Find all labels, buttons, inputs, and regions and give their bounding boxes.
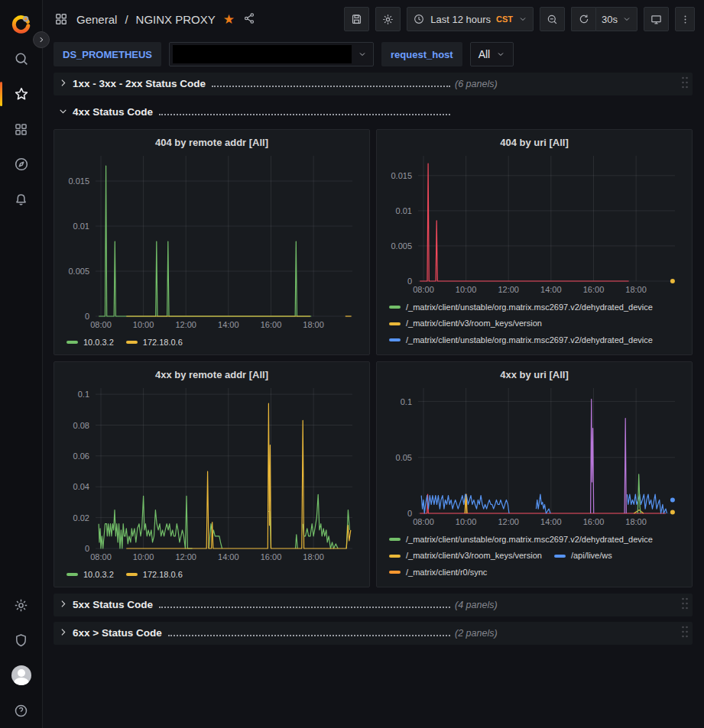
legend-item[interactable]: /_matrix/client/unstable/org.matrix.msc2… <box>389 302 653 313</box>
time-range-picker[interactable]: Last 12 hours CST <box>407 7 534 31</box>
svg-text:16:00: 16:00 <box>583 285 605 294</box>
panel-legend: /_matrix/client/unstable/org.matrix.msc2… <box>383 529 686 584</box>
dashboard-settings-button[interactable] <box>375 7 401 31</box>
svg-text:12:00: 12:00 <box>175 552 196 561</box>
sidebar-item-configuration[interactable] <box>0 587 43 623</box>
chevron-down-icon <box>358 50 367 59</box>
dashboard-title[interactable]: NGINX PROXY <box>136 13 216 26</box>
chart-svg: 00.0050.010.01508:0010:0012:0014:0016:00… <box>383 150 686 296</box>
panel-4xx-by-uri: 4xx by uri [All] 00.050.108:0010:0012:00… <box>376 361 693 587</box>
svg-text:18:00: 18:00 <box>303 552 324 561</box>
legend-label: /_matrix/client/unstable/org.matrix.msc2… <box>406 302 653 313</box>
tv-mode-button[interactable] <box>644 7 669 31</box>
svg-text:12:00: 12:00 <box>175 320 196 329</box>
timezone-label: CST <box>496 15 513 24</box>
legend-item[interactable]: 172.18.0.6 <box>126 569 183 581</box>
zoom-out-button[interactable] <box>540 7 565 31</box>
svg-text:08:00: 08:00 <box>413 285 434 294</box>
sidebar-expand-button[interactable] <box>33 31 50 48</box>
sidebar-item-explore[interactable] <box>0 147 43 182</box>
svg-text:0.1: 0.1 <box>401 397 412 406</box>
legend-label: /_matrix/client/unstable/org.matrix.msc2… <box>406 335 653 346</box>
timeseries-chart[interactable]: 00.0050.010.01508:0010:0012:0014:0016:00… <box>60 150 363 332</box>
legend-item[interactable]: /_matrix/client/unstable/org.matrix.msc2… <box>389 335 653 346</box>
breadcrumb: General / NGINX PROXY ★ <box>54 11 256 28</box>
legend-label: /_matrix/client/v3/room_keys/version <box>406 318 542 329</box>
row-4xx[interactable]: 4xx Status Code <box>54 101 693 124</box>
svg-text:16:00: 16:00 <box>583 517 605 526</box>
legend-label: 172.18.0.6 <box>143 337 183 348</box>
refresh-button[interactable] <box>571 7 595 31</box>
legend-item[interactable]: /_matrix/client/unstable/org.matrix.msc2… <box>389 534 653 545</box>
sidebar-item-help[interactable] <box>0 693 43 728</box>
timeseries-chart[interactable]: 00.0050.010.01508:0010:0012:0014:0016:00… <box>383 150 686 296</box>
legend-item[interactable]: 172.18.0.6 <box>126 337 183 348</box>
legend-item[interactable]: /_matrix/client/unstable/org.matrix.msc2… <box>389 583 653 584</box>
share-icon[interactable] <box>242 11 256 28</box>
dotted-leader <box>159 114 450 115</box>
sidebar-item-starred[interactable] <box>0 76 43 112</box>
sidebar-item-dashboards[interactable] <box>0 112 43 147</box>
legend-item[interactable]: /_matrix/client/v3/room_keys/version <box>389 550 542 561</box>
variable-request-host-dropdown[interactable]: All <box>470 42 514 66</box>
timeseries-chart[interactable]: 00.020.040.060.080.108:0010:0012:0014:00… <box>60 382 363 564</box>
dashboard-body: 1xx - 3xx - 2xx Status Code (6 panels) 4… <box>43 70 704 728</box>
panel-title[interactable]: 404 by uri [All] <box>383 133 686 150</box>
panel-count: (4 panels) <box>455 600 498 610</box>
panel-count: (2 panels) <box>455 628 498 639</box>
chevron-down-icon <box>518 15 527 24</box>
svg-text:0.04: 0.04 <box>73 482 89 491</box>
legend-swatch <box>554 555 566 558</box>
panel-menu-button[interactable] <box>675 7 695 31</box>
panel-title[interactable]: 4xx by uri [All] <box>383 365 686 382</box>
legend-item[interactable]: /api/live/ws <box>554 550 612 561</box>
row-5xx[interactable]: 5xx Status Code (4 panels) <box>54 594 693 616</box>
legend-label: 172.18.0.6 <box>143 569 183 581</box>
panel-title[interactable]: 404 by remote addr [All] <box>60 133 363 150</box>
svg-text:0.08: 0.08 <box>73 421 89 430</box>
sidebar-item-server-admin[interactable] <box>0 623 43 658</box>
legend-swatch <box>389 338 401 341</box>
legend-item[interactable]: /_matrix/client/v3/room_keys/version <box>389 351 542 351</box>
variable-datasource-dropdown[interactable] <box>169 42 374 66</box>
legend-swatch <box>389 571 401 574</box>
svg-text:08:00: 08:00 <box>413 517 434 526</box>
timeseries-chart[interactable]: 00.050.108:0010:0012:0014:0016:0018:00 <box>383 382 686 529</box>
save-button[interactable] <box>344 7 369 31</box>
legend-swatch <box>67 341 78 344</box>
svg-text:0: 0 <box>407 277 412 286</box>
legend-item[interactable]: /sw.js <box>554 351 592 351</box>
row-title: 5xx Status Code <box>73 599 153 610</box>
chevron-right-icon <box>54 77 73 91</box>
panel-404-by-remote-addr: 404 by remote addr [All] 00.0050.010.015… <box>54 129 370 355</box>
svg-text:14:00: 14:00 <box>218 552 239 561</box>
sidebar-item-profile[interactable] <box>0 658 43 693</box>
dashboard-header: General / NGINX PROXY ★ <box>43 0 704 38</box>
row-6xx[interactable]: 6xx > Status Code (2 panels) <box>54 622 693 645</box>
favorite-star-icon[interactable]: ★ <box>223 13 235 26</box>
breadcrumb-section[interactable]: General <box>76 13 117 26</box>
drag-handle-icon[interactable] <box>680 625 689 642</box>
drag-handle-icon[interactable] <box>680 597 689 613</box>
svg-text:08:00: 08:00 <box>90 320 112 329</box>
legend-label: /_matrix/client/r0/sync <box>406 567 487 578</box>
svg-text:0.05: 0.05 <box>396 453 412 462</box>
toolbar: Last 12 hours CST 30s <box>344 7 695 31</box>
svg-text:14:00: 14:00 <box>540 517 562 526</box>
legend-item[interactable]: 10.0.3.2 <box>67 569 114 581</box>
refresh-interval-label: 30s <box>602 14 618 25</box>
panel-title[interactable]: 4xx by remote addr [All] <box>60 365 363 382</box>
legend-swatch <box>389 322 401 325</box>
sidebar-item-alerting[interactable] <box>0 182 43 217</box>
legend-item[interactable]: /_matrix/client/v3/room_keys/version <box>389 318 542 329</box>
variable-label-ds-prometheus: DS_PROMETHEUS <box>54 42 161 66</box>
panel-legend: 10.0.3.2172.18.0.6 <box>60 332 363 351</box>
row-1xx-3xx-2xx[interactable]: 1xx - 3xx - 2xx Status Code (6 panels) <box>54 73 693 95</box>
drag-handle-icon[interactable] <box>680 76 689 92</box>
legend-item[interactable]: 10.0.3.2 <box>67 337 114 348</box>
legend-item[interactable]: /_matrix/client/r0/sync <box>389 567 487 578</box>
legend-label: /sw.js <box>571 351 592 351</box>
chart-svg: 00.050.108:0010:0012:0014:0016:0018:00 <box>383 382 686 529</box>
svg-text:12:00: 12:00 <box>498 285 519 294</box>
refresh-interval-dropdown[interactable]: 30s <box>595 7 637 31</box>
